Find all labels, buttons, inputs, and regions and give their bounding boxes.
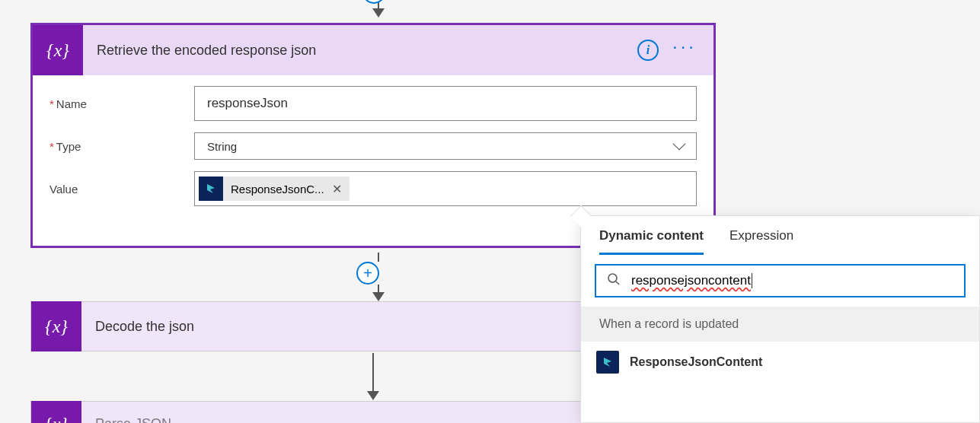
item-label: ResponseJsonContent [630, 355, 762, 369]
name-label: *Name [49, 97, 194, 110]
name-input[interactable] [194, 86, 697, 121]
variable-action-card[interactable]: {x} Retrieve the encoded response json i… [30, 23, 716, 248]
chevron-down-icon [673, 138, 686, 151]
flow-connector-bottom [367, 353, 379, 400]
more-menu-icon[interactable]: ··· [672, 43, 697, 56]
card-header[interactable]: {x} Retrieve the encoded response json i… [33, 25, 713, 75]
info-icon[interactable]: i [637, 40, 659, 61]
dynamic-content-item[interactable]: ResponseJsonContent [581, 342, 979, 383]
dynamic-content-popup: Dynamic content Expression responsejsonc… [580, 215, 980, 423]
search-box[interactable]: responsejsoncontent [595, 264, 966, 297]
dynamics-icon [596, 351, 619, 374]
token-label: ResponseJsonC... [223, 183, 332, 196]
tab-dynamic-content[interactable]: Dynamic content [599, 228, 704, 255]
popup-tabs: Dynamic content Expression [581, 216, 979, 255]
search-icon [607, 272, 621, 289]
dynamic-content-token[interactable]: ResponseJsonC... ✕ [199, 177, 350, 201]
type-label: *Type [49, 140, 194, 153]
svg-point-0 [608, 274, 617, 282]
flow-connector-middle: + [367, 253, 390, 301]
value-label: Value [49, 183, 194, 196]
add-action-button[interactable]: + [356, 262, 379, 285]
card-title: Retrieve the encoded response json [83, 43, 637, 59]
token-remove-icon[interactable]: ✕ [332, 182, 342, 196]
flow-connector-top [367, 0, 390, 17]
variable-icon: {x} [33, 25, 83, 75]
type-select[interactable]: String [194, 132, 697, 160]
variable-icon: {x} [31, 301, 81, 351]
svg-line-1 [616, 281, 619, 285]
result-section-header: When a record is updated [581, 307, 979, 342]
value-input[interactable]: ResponseJsonC... ✕ [194, 171, 697, 206]
search-input-text: responsejsoncontent [631, 273, 751, 288]
type-value: String [207, 140, 237, 153]
variable-icon: {x} [31, 401, 81, 423]
tab-expression[interactable]: Expression [729, 228, 793, 255]
dynamics-icon [199, 177, 223, 201]
